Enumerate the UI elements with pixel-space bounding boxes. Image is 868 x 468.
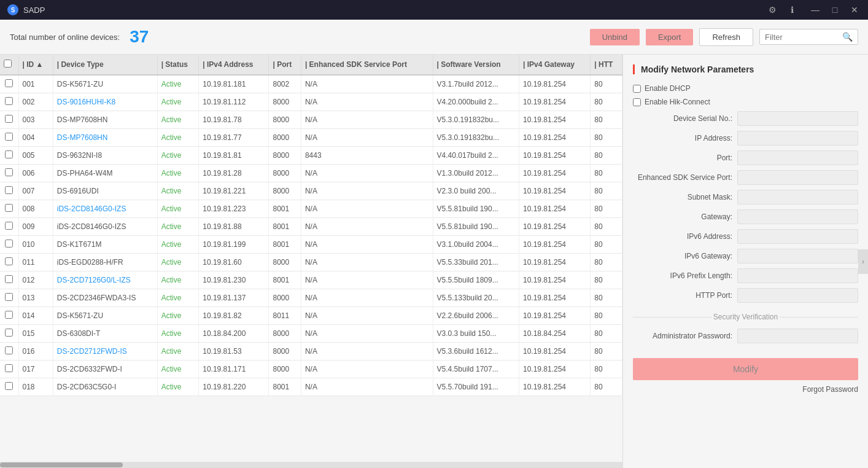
sdk-port-label: Enhanced SDK Service Port: <box>633 173 737 182</box>
row-type: DS-2CD6332FWD-I <box>53 361 157 378</box>
horizontal-scrollbar[interactable] <box>0 462 622 468</box>
http-port-input[interactable] <box>737 288 858 303</box>
row-checkbox[interactable] <box>5 293 13 301</box>
dhcp-label[interactable]: Enable DHCP <box>645 84 691 93</box>
row-checkbox[interactable] <box>5 311 13 319</box>
sdk-port-input[interactable] <box>737 170 858 185</box>
scrollbar-thumb[interactable] <box>0 462 123 467</box>
row-port: 8000 <box>269 254 301 271</box>
row-status: Active <box>157 218 199 236</box>
table-row: 015DS-6308DI-TActive10.18.84.2008000N/AV… <box>0 325 622 343</box>
row-status: Active <box>157 378 199 396</box>
row-sdk: N/A <box>301 307 433 325</box>
admin-password-input[interactable] <box>737 329 858 343</box>
select-all-checkbox[interactable] <box>4 60 12 68</box>
row-checkbox-cell <box>0 361 18 378</box>
row-type[interactable]: DS-2CD2712FWD-IS <box>53 343 157 361</box>
device-table: | ID ▲ | Device Type | Status | IPv4 Add… <box>0 55 622 396</box>
row-checkbox[interactable] <box>5 346 13 354</box>
minimize-button[interactable]: — <box>807 1 824 18</box>
dhcp-checkbox[interactable] <box>633 85 641 93</box>
row-version: V5.5.5build 1809... <box>433 271 519 289</box>
row-sdk: N/A <box>301 378 433 396</box>
row-type[interactable]: iDS-2CD8146G0-IZS <box>53 200 157 218</box>
refresh-button[interactable]: Refresh <box>699 28 753 46</box>
row-checkbox-cell <box>0 111 18 129</box>
table-row: 008iDS-2CD8146G0-IZSActive10.19.81.22380… <box>0 200 622 218</box>
unbind-button[interactable]: Unbind <box>590 29 640 45</box>
subnet-input[interactable] <box>737 190 858 205</box>
row-checkbox[interactable] <box>5 133 13 141</box>
info-icon[interactable]: ℹ <box>783 1 800 18</box>
row-http: 80 <box>591 307 622 325</box>
http-port-group: HTTP Port: <box>633 288 858 303</box>
row-checkbox[interactable] <box>5 329 13 337</box>
row-ip: 10.19.81.171 <box>199 361 269 378</box>
row-type: iDS-2CD8146G0-IZS <box>53 218 157 236</box>
gear-icon[interactable]: ⚙ <box>764 1 781 18</box>
row-http: 80 <box>591 271 622 289</box>
col-port: | Port <box>269 55 301 75</box>
ip-address-group: IP Address: <box>633 131 858 146</box>
row-type: DS-2CD2346FWDA3-IS <box>53 289 157 307</box>
table-row: 003DS-MP7608HNActive10.19.81.788000N/AV5… <box>0 111 622 129</box>
row-checkbox-cell <box>0 378 18 396</box>
row-checkbox[interactable] <box>5 150 13 158</box>
port-input[interactable] <box>737 150 858 165</box>
device-serial-group: Device Serial No.: <box>633 111 858 126</box>
export-button[interactable]: Export <box>646 29 694 45</box>
row-ip: 10.19.81.82 <box>199 307 269 325</box>
row-checkbox[interactable] <box>5 364 13 372</box>
row-checkbox[interactable] <box>5 240 13 248</box>
device-serial-input[interactable] <box>737 111 858 126</box>
row-checkbox[interactable] <box>5 168 13 176</box>
row-checkbox[interactable] <box>5 382 13 390</box>
row-gateway: 10.19.81.254 <box>519 361 590 378</box>
row-http: 80 <box>591 129 622 147</box>
row-type[interactable]: DS-2CD7126G0/L-IZS <box>53 271 157 289</box>
row-http: 80 <box>591 182 622 200</box>
content-area: | ID ▲ | Device Type | Status | IPv4 Add… <box>0 55 868 468</box>
row-status: Active <box>157 236 199 254</box>
row-id: 006 <box>18 165 53 182</box>
maximize-button[interactable]: □ <box>826 1 843 18</box>
row-checkbox-cell <box>0 129 18 147</box>
filter-input[interactable] <box>765 33 839 42</box>
row-port: 8000 <box>269 111 301 129</box>
ipv6-address-input[interactable] <box>737 229 858 244</box>
row-id: 016 <box>18 343 53 361</box>
row-type[interactable]: DS-9016HUHI-K8 <box>53 93 157 111</box>
forgot-password-link[interactable]: Forgot Password <box>633 385 858 394</box>
row-checkbox[interactable] <box>5 115 13 123</box>
ipv6-gateway-input[interactable] <box>737 249 858 263</box>
table-scroll[interactable]: | ID ▲ | Device Type | Status | IPv4 Add… <box>0 55 622 462</box>
hik-checkbox[interactable] <box>633 98 641 106</box>
row-checkbox[interactable] <box>5 275 13 283</box>
modify-button[interactable]: Modify <box>633 358 858 380</box>
row-checkbox[interactable] <box>5 204 13 212</box>
row-checkbox[interactable] <box>5 257 13 265</box>
row-id: 014 <box>18 307 53 325</box>
nav-arrow-right[interactable]: › <box>858 249 868 274</box>
ipv6-prefix-input[interactable] <box>737 268 858 283</box>
row-http: 80 <box>591 111 622 129</box>
hik-label[interactable]: Enable Hik-Connect <box>645 98 710 106</box>
row-id: 003 <box>18 111 53 129</box>
row-checkbox[interactable] <box>5 186 13 194</box>
row-checkbox-cell <box>0 254 18 271</box>
row-type: DS-9632NI-I8 <box>53 147 157 165</box>
row-http: 80 <box>591 93 622 111</box>
admin-password-label: Administrator Password: <box>633 332 737 340</box>
row-gateway: 10.18.84.254 <box>519 325 590 343</box>
row-checkbox[interactable] <box>5 222 13 230</box>
close-button[interactable]: ✕ <box>846 1 863 18</box>
ip-address-input[interactable] <box>737 131 858 146</box>
ipv6-gateway-group: IPv6 Gateway: <box>633 249 858 263</box>
row-checkbox[interactable] <box>5 79 13 87</box>
select-all-header[interactable] <box>0 55 18 75</box>
row-version: V5.3.0.191832bu... <box>433 129 519 147</box>
row-checkbox[interactable] <box>5 97 13 105</box>
row-type[interactable]: DS-MP7608HN <box>53 129 157 147</box>
row-gateway: 10.19.81.254 <box>519 378 590 396</box>
gateway-input[interactable] <box>737 209 858 224</box>
